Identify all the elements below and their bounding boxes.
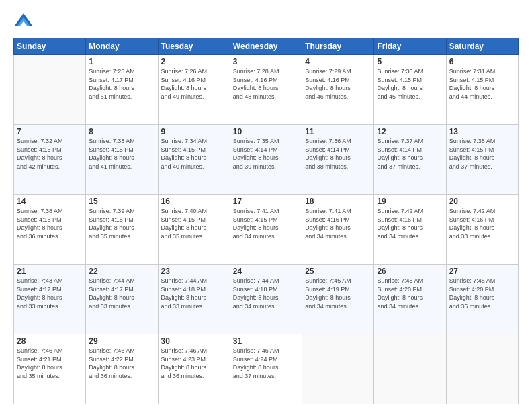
calendar-cell: 7Sunrise: 7:32 AM Sunset: 4:15 PM Daylig… bbox=[14, 125, 86, 195]
day-info: Sunrise: 7:46 AM Sunset: 4:23 PM Dayligh… bbox=[161, 347, 227, 380]
day-info: Sunrise: 7:39 AM Sunset: 4:15 PM Dayligh… bbox=[89, 207, 154, 240]
day-number: 16 bbox=[161, 197, 227, 206]
calendar-cell: 26Sunrise: 7:45 AM Sunset: 4:20 PM Dayli… bbox=[374, 265, 446, 334]
day-info: Sunrise: 7:34 AM Sunset: 4:15 PM Dayligh… bbox=[161, 137, 227, 171]
calendar-cell: 8Sunrise: 7:33 AM Sunset: 4:15 PM Daylig… bbox=[86, 125, 158, 195]
calendar-cell: 27Sunrise: 7:45 AM Sunset: 4:20 PM Dayli… bbox=[446, 265, 518, 334]
calendar-table: SundayMondayTuesdayWednesdayThursdayFrid… bbox=[13, 38, 519, 404]
calendar-week-row: 1Sunrise: 7:25 AM Sunset: 4:17 PM Daylig… bbox=[14, 55, 519, 125]
day-info: Sunrise: 7:31 AM Sunset: 4:15 PM Dayligh… bbox=[449, 67, 515, 101]
day-info: Sunrise: 7:44 AM Sunset: 4:18 PM Dayligh… bbox=[233, 277, 299, 310]
calendar-header-row: SundayMondayTuesdayWednesdayThursdayFrid… bbox=[14, 38, 519, 55]
calendar-cell bbox=[374, 334, 446, 404]
day-number: 29 bbox=[89, 336, 154, 346]
calendar-week-row: 7Sunrise: 7:32 AM Sunset: 4:15 PM Daylig… bbox=[14, 125, 519, 195]
day-number: 5 bbox=[377, 57, 443, 66]
calendar-cell: 28Sunrise: 7:46 AM Sunset: 4:21 PM Dayli… bbox=[14, 334, 86, 404]
calendar-cell: 24Sunrise: 7:44 AM Sunset: 4:18 PM Dayli… bbox=[230, 265, 302, 334]
calendar-week-row: 14Sunrise: 7:38 AM Sunset: 4:15 PM Dayli… bbox=[14, 195, 519, 265]
calendar-header-thursday: Thursday bbox=[302, 38, 374, 55]
day-info: Sunrise: 7:44 AM Sunset: 4:17 PM Dayligh… bbox=[89, 277, 154, 310]
day-number: 18 bbox=[305, 197, 371, 206]
day-info: Sunrise: 7:30 AM Sunset: 4:15 PM Dayligh… bbox=[377, 67, 443, 101]
calendar-cell bbox=[302, 334, 374, 404]
header bbox=[13, 12, 519, 31]
day-number: 14 bbox=[17, 197, 83, 206]
day-number: 12 bbox=[377, 127, 443, 136]
day-info: Sunrise: 7:29 AM Sunset: 4:16 PM Dayligh… bbox=[305, 67, 371, 101]
calendar-header-monday: Monday bbox=[86, 38, 158, 55]
day-info: Sunrise: 7:26 AM Sunset: 4:16 PM Dayligh… bbox=[161, 67, 227, 101]
calendar-cell: 22Sunrise: 7:44 AM Sunset: 4:17 PM Dayli… bbox=[86, 265, 158, 334]
day-info: Sunrise: 7:25 AM Sunset: 4:17 PM Dayligh… bbox=[89, 67, 154, 101]
day-number: 8 bbox=[89, 127, 154, 136]
calendar-cell: 11Sunrise: 7:36 AM Sunset: 4:14 PM Dayli… bbox=[302, 125, 374, 195]
day-number: 6 bbox=[449, 57, 515, 66]
day-number: 17 bbox=[233, 197, 299, 206]
day-number: 11 bbox=[305, 127, 371, 136]
day-info: Sunrise: 7:42 AM Sunset: 4:16 PM Dayligh… bbox=[449, 207, 515, 240]
day-info: Sunrise: 7:35 AM Sunset: 4:14 PM Dayligh… bbox=[233, 137, 299, 171]
day-info: Sunrise: 7:41 AM Sunset: 4:16 PM Dayligh… bbox=[305, 207, 371, 240]
calendar-cell: 17Sunrise: 7:41 AM Sunset: 4:15 PM Dayli… bbox=[230, 195, 302, 265]
page: SundayMondayTuesdayWednesdayThursdayFrid… bbox=[0, 0, 532, 411]
day-info: Sunrise: 7:45 AM Sunset: 4:20 PM Dayligh… bbox=[449, 277, 515, 310]
day-number: 4 bbox=[305, 57, 371, 66]
day-number: 13 bbox=[449, 127, 515, 136]
calendar-cell: 16Sunrise: 7:40 AM Sunset: 4:15 PM Dayli… bbox=[158, 195, 230, 265]
day-info: Sunrise: 7:41 AM Sunset: 4:15 PM Dayligh… bbox=[233, 207, 299, 240]
day-number: 15 bbox=[89, 197, 154, 206]
calendar-cell: 31Sunrise: 7:46 AM Sunset: 4:24 PM Dayli… bbox=[230, 334, 302, 404]
day-number: 10 bbox=[233, 127, 299, 136]
day-number: 2 bbox=[161, 57, 227, 66]
day-number: 24 bbox=[233, 267, 299, 276]
calendar-cell: 14Sunrise: 7:38 AM Sunset: 4:15 PM Dayli… bbox=[14, 195, 86, 265]
day-info: Sunrise: 7:45 AM Sunset: 4:20 PM Dayligh… bbox=[377, 277, 443, 310]
calendar-header-friday: Friday bbox=[374, 38, 446, 55]
day-info: Sunrise: 7:43 AM Sunset: 4:17 PM Dayligh… bbox=[17, 277, 83, 310]
calendar-cell bbox=[14, 55, 86, 125]
calendar-header-tuesday: Tuesday bbox=[158, 38, 230, 55]
day-number: 9 bbox=[161, 127, 227, 136]
day-number: 7 bbox=[17, 127, 83, 136]
calendar-cell: 3Sunrise: 7:28 AM Sunset: 4:16 PM Daylig… bbox=[230, 55, 302, 125]
day-info: Sunrise: 7:28 AM Sunset: 4:16 PM Dayligh… bbox=[233, 67, 299, 101]
day-info: Sunrise: 7:42 AM Sunset: 4:16 PM Dayligh… bbox=[377, 207, 443, 240]
day-number: 22 bbox=[89, 267, 154, 276]
calendar-cell: 15Sunrise: 7:39 AM Sunset: 4:15 PM Dayli… bbox=[86, 195, 158, 265]
day-number: 23 bbox=[161, 267, 227, 276]
day-number: 19 bbox=[377, 197, 443, 206]
calendar-cell: 18Sunrise: 7:41 AM Sunset: 4:16 PM Dayli… bbox=[302, 195, 374, 265]
day-info: Sunrise: 7:37 AM Sunset: 4:14 PM Dayligh… bbox=[377, 137, 443, 171]
day-number: 31 bbox=[233, 336, 299, 346]
day-number: 30 bbox=[161, 336, 227, 346]
day-info: Sunrise: 7:32 AM Sunset: 4:15 PM Dayligh… bbox=[17, 137, 83, 171]
day-info: Sunrise: 7:44 AM Sunset: 4:18 PM Dayligh… bbox=[161, 277, 227, 310]
calendar-cell: 2Sunrise: 7:26 AM Sunset: 4:16 PM Daylig… bbox=[158, 55, 230, 125]
day-info: Sunrise: 7:46 AM Sunset: 4:24 PM Dayligh… bbox=[233, 347, 299, 380]
day-number: 21 bbox=[17, 267, 83, 276]
day-info: Sunrise: 7:46 AM Sunset: 4:22 PM Dayligh… bbox=[89, 347, 154, 380]
calendar-cell: 9Sunrise: 7:34 AM Sunset: 4:15 PM Daylig… bbox=[158, 125, 230, 195]
calendar-cell: 12Sunrise: 7:37 AM Sunset: 4:14 PM Dayli… bbox=[374, 125, 446, 195]
calendar-cell: 13Sunrise: 7:38 AM Sunset: 4:15 PM Dayli… bbox=[446, 125, 518, 195]
calendar-cell: 29Sunrise: 7:46 AM Sunset: 4:22 PM Dayli… bbox=[86, 334, 158, 404]
calendar-cell: 5Sunrise: 7:30 AM Sunset: 4:15 PM Daylig… bbox=[374, 55, 446, 125]
day-number: 28 bbox=[17, 336, 83, 346]
calendar-cell: 19Sunrise: 7:42 AM Sunset: 4:16 PM Dayli… bbox=[374, 195, 446, 265]
day-info: Sunrise: 7:33 AM Sunset: 4:15 PM Dayligh… bbox=[89, 137, 154, 171]
logo-icon bbox=[13, 12, 34, 31]
day-number: 20 bbox=[449, 197, 515, 206]
calendar-cell: 1Sunrise: 7:25 AM Sunset: 4:17 PM Daylig… bbox=[86, 55, 158, 125]
day-info: Sunrise: 7:40 AM Sunset: 4:15 PM Dayligh… bbox=[161, 207, 227, 240]
calendar-header-wednesday: Wednesday bbox=[230, 38, 302, 55]
calendar-header-saturday: Saturday bbox=[446, 38, 518, 55]
calendar-cell: 10Sunrise: 7:35 AM Sunset: 4:14 PM Dayli… bbox=[230, 125, 302, 195]
calendar-cell: 21Sunrise: 7:43 AM Sunset: 4:17 PM Dayli… bbox=[14, 265, 86, 334]
calendar-cell: 25Sunrise: 7:45 AM Sunset: 4:19 PM Dayli… bbox=[302, 265, 374, 334]
calendar-cell: 30Sunrise: 7:46 AM Sunset: 4:23 PM Dayli… bbox=[158, 334, 230, 404]
calendar-week-row: 28Sunrise: 7:46 AM Sunset: 4:21 PM Dayli… bbox=[14, 334, 519, 404]
calendar-cell: 4Sunrise: 7:29 AM Sunset: 4:16 PM Daylig… bbox=[302, 55, 374, 125]
day-info: Sunrise: 7:38 AM Sunset: 4:15 PM Dayligh… bbox=[449, 137, 515, 171]
calendar-header-sunday: Sunday bbox=[14, 38, 86, 55]
